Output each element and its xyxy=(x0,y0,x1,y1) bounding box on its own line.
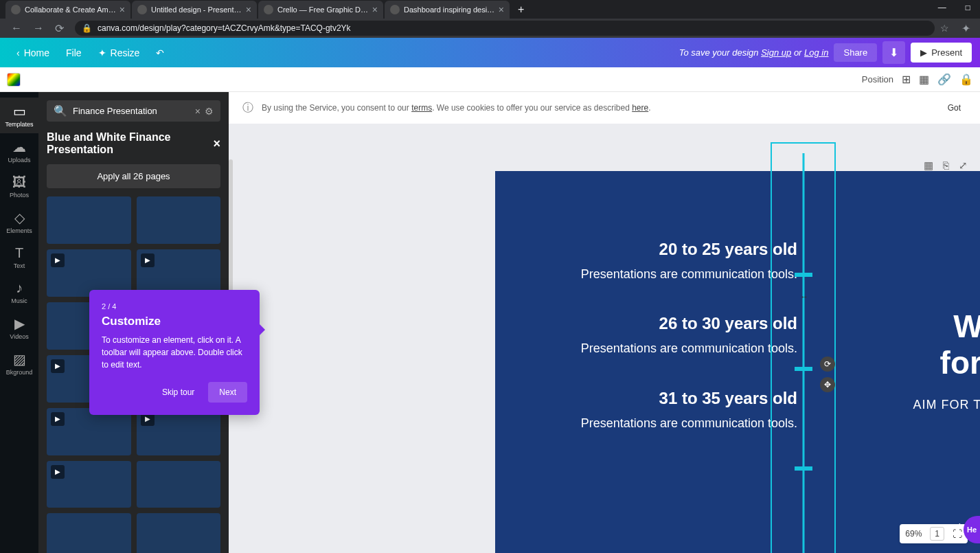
template-thumb[interactable] xyxy=(137,461,221,508)
color-picker[interactable] xyxy=(7,73,21,87)
browser-tab[interactable]: Untitled design - Presentation (1 × xyxy=(132,1,257,19)
templates-icon: ▭ xyxy=(0,103,38,120)
age-body: Presentations are communication tools. xyxy=(543,340,797,357)
selection-box[interactable]: ↔ ⟳ ✥ xyxy=(771,142,836,553)
move-icon[interactable]: ✥ xyxy=(820,377,835,392)
rail-text[interactable]: T Text xyxy=(0,240,38,275)
rail-templates[interactable]: ▭ Templates xyxy=(0,98,38,133)
resize-button[interactable]: ✦ Resize xyxy=(90,42,148,64)
url-input[interactable]: 🔒 canva.com/design/play?category=tACZCrv… xyxy=(75,21,935,36)
vertical-scrollbar[interactable] xyxy=(229,159,233,297)
back-button[interactable]: ← xyxy=(5,22,27,34)
template-thumb[interactable] xyxy=(137,513,221,553)
main-title: Ways to Save for Retirement xyxy=(861,308,980,381)
rail-music[interactable]: ♪ Music xyxy=(0,275,38,310)
template-thumb[interactable]: ▶ xyxy=(47,461,131,508)
context-toolbar: Position ⊞ ▦ 🔗 🔒 xyxy=(0,67,980,92)
share-button[interactable]: Share xyxy=(834,43,877,62)
videos-icon: ▶ xyxy=(0,315,38,332)
right-column[interactable]: Ways to Save for Retirement AIM FOR THES… xyxy=(861,308,980,412)
canvas-area[interactable]: ⓘ By using the Service, you consent to o… xyxy=(229,92,980,553)
skip-tour-button[interactable]: Skip tour xyxy=(154,382,203,403)
login-link[interactable]: Log in xyxy=(804,47,828,58)
close-icon[interactable]: × xyxy=(499,4,504,15)
page-actions: ▦ ⎘ ⤢ xyxy=(924,159,968,172)
forward-button[interactable]: → xyxy=(27,22,49,34)
uploads-icon: ☁ xyxy=(0,139,38,155)
browser-tab[interactable]: Collaborate & Create Amazing G × xyxy=(5,1,130,19)
got-it-button[interactable]: Got xyxy=(942,100,966,115)
slide[interactable]: 19 20 to 25 years old Presentations are … xyxy=(495,171,980,553)
browser-tab[interactable]: Dashboard inspiring designs - G × xyxy=(385,1,510,19)
filter-icon[interactable]: ⚙ xyxy=(205,106,214,117)
play-icon: ▶ xyxy=(51,412,65,426)
chevron-left-icon: ‹ xyxy=(16,47,20,58)
home-button[interactable]: ‹ Home xyxy=(8,42,58,64)
close-icon[interactable]: × xyxy=(246,4,251,15)
template-thumb[interactable] xyxy=(47,513,131,553)
search-input[interactable] xyxy=(73,106,191,116)
transparency-icon[interactable]: ▦ xyxy=(919,73,929,86)
grid-view-icon[interactable]: ▦ xyxy=(924,159,933,172)
fullscreen-icon[interactable]: ⛶ xyxy=(953,528,962,539)
resize-handle-icon[interactable]: ↔ xyxy=(800,292,808,302)
zoom-level[interactable]: 69% xyxy=(905,529,922,539)
template-thumb[interactable] xyxy=(47,196,131,244)
photos-icon: 🖼 xyxy=(0,174,38,190)
clear-icon[interactable]: × xyxy=(195,106,201,117)
element-float-buttons: ⟳ ✥ xyxy=(820,357,835,392)
panel-title: Blue and White Finance Presentation xyxy=(47,131,213,156)
file-menu[interactable]: File xyxy=(58,42,90,64)
signup-link[interactable]: Sign up xyxy=(761,47,791,58)
here-link[interactable]: here xyxy=(632,103,648,113)
download-button[interactable]: ⬇ xyxy=(882,41,905,64)
rail-uploads[interactable]: ☁ Uploads xyxy=(0,133,38,169)
close-icon[interactable]: × xyxy=(213,137,220,151)
cookie-text: By using the Service, you consent to our… xyxy=(262,103,651,113)
close-icon[interactable]: × xyxy=(372,4,378,15)
apply-all-button[interactable]: Apply all 26 pages xyxy=(47,164,220,188)
age-title: 31 to 35 years old xyxy=(543,389,797,408)
undo-button[interactable]: ↶ xyxy=(148,42,172,64)
tour-buttons: Skip tour Next xyxy=(102,382,247,403)
left-rail: ▭ Templates ☁ Uploads 🖼 Photos ◇ Element… xyxy=(0,92,38,553)
tab-favicon xyxy=(390,5,400,14)
group-icon[interactable]: ⊞ xyxy=(902,73,911,86)
bookmark-icon[interactable]: ☆ xyxy=(940,23,949,34)
maximize-button[interactable]: □ xyxy=(956,0,980,15)
tour-tooltip: 2 / 4 Customize To customize an element,… xyxy=(89,290,260,415)
close-icon[interactable]: × xyxy=(119,4,125,15)
info-icon: ⓘ xyxy=(242,101,253,115)
rail-elements[interactable]: ◇ Elements xyxy=(0,204,38,240)
position-button[interactable]: Position xyxy=(862,74,893,84)
tab-favicon xyxy=(11,5,21,14)
terms-link[interactable]: terms xyxy=(411,103,432,113)
cookie-banner: ⓘ By using the Service, you consent to o… xyxy=(229,92,980,124)
rail-videos[interactable]: ▶ Videos xyxy=(0,310,38,346)
reload-button[interactable]: ⟳ xyxy=(49,22,69,35)
expand-icon[interactable]: ⤢ xyxy=(959,159,968,172)
browser-tab[interactable]: Crello — Free Graphic Design So × xyxy=(258,1,383,19)
minimize-button[interactable]: — xyxy=(928,0,956,15)
age-block[interactable]: 31 to 35 years old Presentations are com… xyxy=(543,389,797,431)
age-block[interactable]: 26 to 30 years old Presentations are com… xyxy=(543,314,797,357)
page-indicator[interactable]: 1 xyxy=(930,527,944,541)
lock-icon[interactable]: 🔒 xyxy=(959,73,973,86)
next-button[interactable]: Next xyxy=(208,382,247,403)
home-label: Home xyxy=(24,47,49,58)
template-thumb[interactable] xyxy=(137,196,221,244)
rotate-icon[interactable]: ⟳ xyxy=(820,357,835,372)
rail-photos[interactable]: 🖼 Photos xyxy=(0,169,38,204)
tab-title: Untitled design - Presentation (1 xyxy=(151,5,243,14)
present-button[interactable]: ▶ Present xyxy=(911,43,972,63)
new-tab-button[interactable]: + xyxy=(511,1,531,19)
extensions-icon[interactable]: ✦ xyxy=(957,22,975,35)
browser-tab-strip: Collaborate & Create Amazing G × Untitle… xyxy=(0,0,980,19)
search-box[interactable]: 🔍 × ⚙ xyxy=(47,100,220,122)
tab-title: Crello — Free Graphic Design So xyxy=(277,5,369,14)
rail-background[interactable]: ▨ Bkground xyxy=(0,346,38,381)
save-message: To save your design Sign up or Log in xyxy=(679,47,829,58)
age-block[interactable]: 20 to 25 years old Presentations are com… xyxy=(543,240,797,282)
link-icon[interactable]: 🔗 xyxy=(937,73,951,86)
duplicate-icon[interactable]: ⎘ xyxy=(943,159,949,172)
